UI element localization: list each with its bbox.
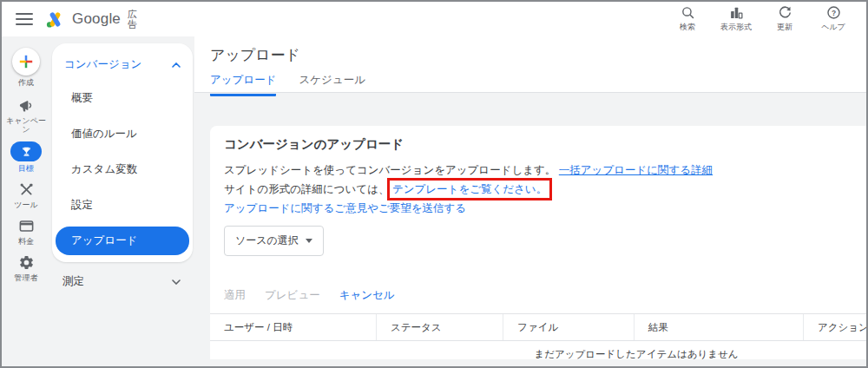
ads-logo-icon (45, 10, 65, 30)
billing-card-icon (18, 218, 35, 234)
tools-icon (18, 181, 35, 198)
sidebar: コンバージョン 概要 価値のルール カスタム変数 設定 アップロード 測定 (50, 36, 194, 366)
page-header: アップロード アップロード スケジュール (194, 36, 866, 93)
chart-columns-icon (729, 5, 744, 20)
trophy-icon (21, 146, 32, 157)
sidebar-item-upload-active[interactable]: アップロード (56, 227, 189, 255)
column-status: ステータス (376, 314, 503, 340)
format-text: サイトの形式の詳細については、 (224, 183, 389, 195)
view-format-button[interactable]: 表示形式 (715, 3, 757, 35)
column-actions: アクション (803, 314, 868, 340)
conversions-nav-card: コンバージョン 概要 価値のルール カスタム変数 設定 アップロード (52, 43, 193, 262)
column-file: ファイル (503, 314, 634, 340)
source-select-button[interactable]: ソースの選択 (224, 226, 324, 256)
card-heading: コンバージョンのアップロード (224, 136, 868, 153)
column-user-datetime: ユーザー / 日時 (210, 314, 376, 340)
google-ads-window: Google 広告 検索 表示形式 (0, 0, 868, 368)
bulk-upload-details-link[interactable]: 一括アップロードに関する詳細 (559, 164, 713, 176)
action-row: 適用 プレビュー キャンセル (210, 288, 868, 303)
intro-text: スプレッドシートを使ってコンバージョンをアップロードします。 (224, 164, 556, 176)
rail-item-campaigns[interactable]: キャンペーン (3, 97, 49, 134)
uploads-table: ユーザー / 日時 ステータス ファイル 結果 アクション まだアップロードした… (210, 313, 868, 368)
search-icon (681, 5, 695, 20)
google-wordmark: Google (72, 10, 121, 28)
tab-bar: アップロード スケジュール (210, 73, 866, 96)
svg-text:?: ? (831, 9, 835, 17)
help-button[interactable]: ? ヘルプ (812, 3, 854, 35)
refresh-button[interactable]: 更新 (764, 3, 806, 35)
help-icon: ? (826, 5, 841, 20)
rail-item-billing[interactable]: 料金 (3, 218, 49, 246)
feedback-link[interactable]: アップロードに関するご意見やご要望を送信する (224, 202, 466, 214)
rail-item-goals[interactable]: 目標 (3, 141, 49, 173)
main-content: アップロード アップロード スケジュール コンバージョンのアップロード スプレッ… (194, 36, 866, 366)
chevron-down-icon (172, 279, 181, 285)
sidebar-item-settings[interactable]: 設定 (52, 187, 193, 223)
active-rail-pill (10, 141, 42, 161)
cancel-button[interactable]: キャンセル (339, 288, 395, 303)
app-rail: 作成 キャンペーン 目標 (2, 36, 50, 366)
sidebar-item-custom-variables[interactable]: カスタム変数 (52, 152, 193, 187)
search-button[interactable]: 検索 (667, 3, 708, 35)
top-bar: Google 広告 検索 表示形式 (2, 2, 866, 36)
intro-line: スプレッドシートを使ってコンバージョンをアップロードします。 一括アップロードに… (224, 161, 868, 180)
tab-schedule[interactable]: スケジュール (299, 73, 365, 96)
sidebar-item-value-rules[interactable]: 価値のルール (52, 116, 193, 152)
chevron-up-icon (172, 62, 181, 68)
plus-icon (18, 54, 34, 69)
page-title: アップロード (210, 45, 866, 65)
sidebar-section-measurement[interactable]: 測定 (52, 262, 194, 289)
google-ads-logo[interactable]: Google 広告 (45, 9, 139, 30)
caret-down-icon (306, 239, 312, 243)
upload-card: コンバージョンのアップロード スプレッドシートを使ってコンバージョンをアップロー… (210, 126, 868, 359)
rail-item-tools[interactable]: ツール (3, 181, 49, 209)
rail-item-admin[interactable]: 管理者 (3, 254, 49, 282)
table-empty-row: まだアップロードしたアイテムはありません (210, 341, 868, 368)
gear-icon (18, 254, 35, 271)
sidebar-section-conversions[interactable]: コンバージョン (52, 47, 193, 81)
preview-button[interactable]: プレビュー (265, 288, 320, 303)
megaphone-icon (18, 97, 35, 114)
format-line: サイトの形式の詳細については、 テンプレートをご覧ください。 (224, 180, 868, 199)
menu-hamburger-icon[interactable] (16, 13, 33, 25)
empty-state-message: まだアップロードしたアイテムはありません (534, 348, 738, 361)
template-link[interactable]: テンプレートをご覧ください。 (392, 183, 547, 195)
rail-item-create[interactable]: 作成 (3, 48, 49, 87)
table-header-row: ユーザー / 日時 ステータス ファイル 結果 アクション (210, 314, 868, 341)
tab-upload[interactable]: アップロード (210, 73, 276, 96)
refresh-icon (778, 5, 792, 20)
sidebar-item-overview[interactable]: 概要 (52, 81, 193, 116)
feedback-line: アップロードに関するご意見やご要望を送信する (224, 199, 868, 218)
column-results: 結果 (634, 314, 803, 340)
apply-button[interactable]: 適用 (224, 288, 246, 303)
product-name-vertical: 広告 (128, 9, 139, 30)
